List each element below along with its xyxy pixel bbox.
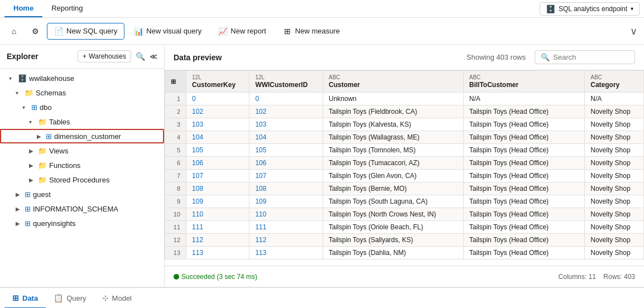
new-sql-query-label: New SQL query <box>66 27 117 35</box>
add-warehouse-button[interactable]: + Warehouses <box>78 50 131 62</box>
tree-item-queryinsights[interactable]: ▶ ⊞ queryinsights <box>0 216 164 230</box>
chevron-right-icon: ▶ <box>16 206 22 212</box>
tree-item-dimension-customer[interactable]: ▶ ⊞ dimension_customer <box>0 129 164 143</box>
model-icon: ⊹ <box>102 293 109 302</box>
query-tab-label: Query <box>66 294 86 302</box>
report-icon: 📈 <box>218 27 227 36</box>
col-name-customerkey: CustomerKey <box>192 81 243 89</box>
new-sql-query-button[interactable]: 📄 New SQL query <box>47 23 124 40</box>
chevron-right-icon: ▶ <box>16 191 22 198</box>
sidebar-content: ▾ 🗄️ wwilakehouse ▾ 📁 Schemas ▾ ⊞ dbo ▾ … <box>0 69 164 287</box>
data-tab-button[interactable]: ⊞ Data <box>4 288 46 308</box>
new-report-button[interactable]: 📈 New report <box>211 23 273 40</box>
success-dot-icon <box>174 274 179 280</box>
cell-customer: Tailspin Toys (South Laguna, CA) <box>323 195 463 208</box>
search-box[interactable]: 🔍 <box>535 50 635 64</box>
col-header-wwicustomerid[interactable]: 12L WWICustomerID <box>249 71 323 93</box>
cell-category: Novelty Shop <box>585 131 644 144</box>
cell-billtocustomer: Tailspin Toys (Head Office) <box>463 170 584 182</box>
model-tab-label: Model <box>112 294 132 302</box>
chevron-down-icon: ▾ <box>22 104 29 110</box>
new-measure-button[interactable]: ⊞ New measure <box>276 23 347 40</box>
cell-customer: Tailspin Toys (Fieldbrook, CA) <box>323 105 463 118</box>
new-visual-query-button[interactable]: 📊 New visual query <box>127 23 209 40</box>
data-table-container[interactable]: ⊞ 12L CustomerKey 12L WWICustomerID <box>165 70 644 266</box>
table-row: 2 102 102 Tailspin Toys (Fieldbrook, CA)… <box>165 105 644 118</box>
col-name-wwicustomerid: WWICustomerID <box>255 81 317 89</box>
cell-customerkey: 113 <box>186 247 249 259</box>
cell-customerkey: 102 <box>186 105 249 118</box>
cell-wwicustomerid: 102 <box>249 105 323 118</box>
cell-billtocustomer: Tailspin Toys (Head Office) <box>463 131 584 144</box>
row-number: 5 <box>165 144 186 157</box>
rows-count: Rows: 403 <box>603 273 635 281</box>
tree-item-tables[interactable]: ▾ 📁 Tables <box>0 114 164 129</box>
col-type-customer: ABC <box>329 74 458 80</box>
col-header-customerkey[interactable]: 12L CustomerKey <box>186 71 249 93</box>
row-count: Showing 403 rows <box>467 53 526 61</box>
query-tab-button[interactable]: 📋 Query <box>46 288 94 308</box>
home-button[interactable]: ⌂ <box>4 23 23 40</box>
settings-button[interactable]: ⚙ <box>26 23 45 40</box>
toolbar: ⌂ ⚙ 📄 New SQL query 📊 New visual query 📈… <box>0 18 644 45</box>
cell-billtocustomer: Tailspin Toys (Head Office) <box>463 195 584 208</box>
sidebar-header: Explorer + Warehouses 🔍 ≪ <box>0 45 164 69</box>
search-input[interactable] <box>553 53 629 61</box>
cell-billtocustomer: N/A <box>463 93 584 105</box>
table-row: 11 111 111 Tailspin Toys (Oriole Beach, … <box>165 221 644 234</box>
tables-label: Tables <box>49 118 70 126</box>
sidebar-search-icon[interactable]: 🔍 <box>136 52 145 61</box>
visual-query-icon: 📊 <box>134 27 143 36</box>
tree-item-stored-procedures[interactable]: ▶ 📁 Stored Procedures <box>0 172 164 187</box>
cell-customer: Tailspin Toys (Dahlia, NM) <box>323 247 463 259</box>
col-header-category[interactable]: ABC Category <box>585 71 644 93</box>
cell-customerkey: 110 <box>186 208 249 221</box>
tree-item-functions[interactable]: ▶ 📁 Functions <box>0 158 164 172</box>
tree-item-wwilakehouse[interactable]: ▾ 🗄️ wwilakehouse <box>0 71 164 85</box>
cell-billtocustomer: Tailspin Toys (Head Office) <box>463 182 584 195</box>
guest-label: guest <box>33 190 51 199</box>
data-preview-title: Data preview <box>174 53 222 62</box>
folder-icon: 📁 <box>25 89 33 97</box>
model-tab-button[interactable]: ⊹ Model <box>94 288 140 308</box>
row-number: 6 <box>165 157 186 170</box>
col-header-customer[interactable]: ABC Customer <box>323 71 463 93</box>
cell-customerkey: 107 <box>186 170 249 182</box>
information-schema-label: INFORMATION_SCHEMA <box>33 205 118 213</box>
collapse-toolbar-button[interactable]: ∨ <box>628 23 640 40</box>
cell-category: Novelty Shop <box>585 234 644 247</box>
tab-reporting[interactable]: Reporting <box>42 0 92 17</box>
tree-item-guest[interactable]: ▶ ⊞ guest <box>0 187 164 201</box>
collapse-sidebar-icon[interactable]: ≪ <box>150 52 157 61</box>
cell-billtocustomer: Tailspin Toys (Head Office) <box>463 221 584 234</box>
gear-icon: ⚙ <box>31 27 40 36</box>
tabs: Home Reporting <box>4 0 92 17</box>
table-row: 1 0 0 Unknown N/A N/A <box>165 93 644 105</box>
queryinsights-label: queryinsights <box>33 219 76 228</box>
endpoint-label: SQL analytics endpoint <box>559 5 627 13</box>
column-row-count: Columns: 11 Rows: 403 <box>559 273 635 281</box>
row-number: 2 <box>165 105 186 118</box>
tree-item-dbo[interactable]: ▾ ⊞ dbo <box>0 100 164 114</box>
table-row: 6 106 106 Tailspin Toys (Tumacacori, AZ)… <box>165 157 644 170</box>
content-header: Data preview Showing 403 rows 🔍 <box>165 45 644 70</box>
cell-customerkey: 104 <box>186 131 249 144</box>
tree-item-views[interactable]: ▶ 📁 Views <box>0 143 164 158</box>
table-row: 7 107 107 Tailspin Toys (Glen Avon, CA) … <box>165 170 644 182</box>
tab-home[interactable]: Home <box>4 0 42 17</box>
tree-item-schemas[interactable]: ▾ 📁 Schemas <box>0 85 164 100</box>
cell-category: N/A <box>585 93 644 105</box>
col-type-billtocustomer: ABC <box>469 74 579 80</box>
col-header-billtocustomer[interactable]: ABC BillToCustomer <box>463 71 584 93</box>
row-number: 4 <box>165 131 186 144</box>
schema-icon: ⊞ <box>25 219 31 228</box>
cell-customerkey: 103 <box>186 118 249 131</box>
cell-customerkey: 111 <box>186 221 249 234</box>
add-warehouse-label: Warehouses <box>89 52 126 60</box>
tree-item-information-schema[interactable]: ▶ ⊞ INFORMATION_SCHEMA <box>0 201 164 216</box>
plus-icon: + <box>83 52 86 60</box>
col-name-billtocustomer: BillToCustomer <box>469 81 579 89</box>
status-success: Succeeded (3 sec 74 ms) <box>174 273 257 281</box>
chevron-down-icon: ▾ <box>16 90 22 96</box>
endpoint-badge[interactable]: 🗄️ SQL analytics endpoint ▾ <box>540 2 640 16</box>
